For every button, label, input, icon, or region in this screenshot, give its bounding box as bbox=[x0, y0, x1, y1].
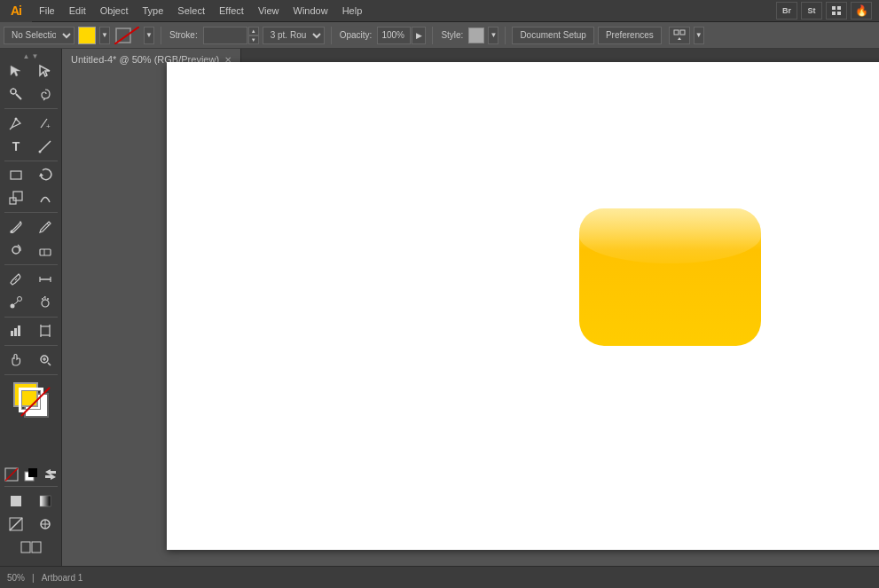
svg-point-38 bbox=[42, 300, 49, 307]
menu-view[interactable]: View bbox=[251, 0, 286, 22]
selection-dropdown[interactable]: No Selection bbox=[4, 27, 75, 44]
rectangle-tool[interactable] bbox=[2, 163, 31, 186]
svg-line-63 bbox=[10, 518, 22, 530]
menu-object[interactable]: Object bbox=[93, 0, 136, 22]
solid-color-btn[interactable] bbox=[2, 490, 31, 513]
magic-wand-tool[interactable] bbox=[2, 82, 31, 106]
tool-sep-2 bbox=[4, 161, 58, 161]
opacity-more-btn[interactable]: ▶ bbox=[412, 27, 426, 44]
preferences-button[interactable]: Preferences bbox=[598, 27, 662, 44]
document-canvas bbox=[167, 62, 879, 550]
sep3 bbox=[432, 27, 433, 44]
selection-tool[interactable] bbox=[2, 59, 31, 82]
svg-line-11 bbox=[16, 94, 21, 99]
tool-row-9 bbox=[2, 268, 60, 291]
arrange-dropdown[interactable]: ▼ bbox=[694, 27, 704, 44]
opacity-input[interactable] bbox=[377, 27, 411, 44]
document-setup-button[interactable]: Document Setup bbox=[512, 27, 594, 44]
line-tool[interactable] bbox=[31, 135, 60, 158]
pencil-tool[interactable] bbox=[31, 216, 60, 239]
blend-tool[interactable] bbox=[2, 291, 31, 314]
artboard-tool[interactable] bbox=[31, 319, 60, 342]
style-arrow[interactable]: ▼ bbox=[488, 27, 498, 44]
style-swatch[interactable] bbox=[468, 27, 484, 43]
lasso-tool[interactable] bbox=[31, 82, 60, 106]
svg-rect-45 bbox=[18, 325, 20, 336]
menu-edit[interactable]: Edit bbox=[62, 0, 93, 22]
direct-selection-tool[interactable] bbox=[31, 59, 60, 82]
eraser-tool[interactable] bbox=[31, 239, 60, 262]
blob-brush-tool[interactable] bbox=[2, 239, 31, 262]
tool-row-6 bbox=[2, 186, 60, 209]
grid-icon-btn[interactable] bbox=[826, 2, 847, 20]
menu-help[interactable]: Help bbox=[335, 0, 370, 22]
ai-logo: Ai bbox=[0, 0, 32, 22]
main-area: ▲ ▼ bbox=[0, 49, 879, 566]
svg-rect-23 bbox=[11, 171, 21, 179]
symbol-sprayer-tool[interactable] bbox=[31, 291, 60, 314]
column-graph-tool[interactable] bbox=[2, 319, 31, 342]
zoom-tool[interactable] bbox=[31, 349, 60, 372]
stock-icon-btn[interactable]: St bbox=[801, 2, 822, 20]
default-colors-btn[interactable] bbox=[22, 466, 40, 483]
color-small-row bbox=[3, 466, 59, 483]
stroke-input[interactable] bbox=[203, 27, 247, 44]
svg-marker-10 bbox=[40, 66, 50, 76]
pen-tool[interactable] bbox=[2, 112, 31, 135]
stroke-color-arrow[interactable]: ▼ bbox=[144, 27, 154, 44]
menu-file[interactable]: File bbox=[32, 0, 62, 22]
svg-line-32 bbox=[15, 278, 17, 280]
svg-line-21 bbox=[40, 141, 51, 152]
yellow-rounded-rect[interactable] bbox=[579, 208, 761, 346]
svg-point-37 bbox=[18, 296, 22, 301]
visibility-btn[interactable] bbox=[31, 513, 60, 536]
scale-tool[interactable] bbox=[2, 186, 31, 209]
sep2 bbox=[331, 27, 332, 44]
none-color-btn[interactable] bbox=[3, 466, 20, 483]
swap-colors-btn[interactable] bbox=[42, 466, 59, 483]
svg-rect-7 bbox=[680, 30, 685, 35]
canvas-area: Untitled-4* @ 50% (RGB/Preview) ✕ bbox=[62, 49, 879, 566]
toolbar: No Selection ▼ ▼ Stroke: ▲ ▼ 3 pt. Round… bbox=[0, 22, 879, 49]
none-mode-btn[interactable] bbox=[2, 513, 31, 536]
rotate-tool[interactable] bbox=[31, 163, 60, 186]
svg-rect-44 bbox=[14, 328, 17, 336]
svg-line-55 bbox=[21, 388, 50, 416]
menu-type[interactable]: Type bbox=[136, 0, 171, 22]
flame-icon-btn[interactable]: 🔥 bbox=[851, 2, 872, 20]
warp-tool[interactable] bbox=[31, 186, 60, 209]
tool-sep-3 bbox=[4, 212, 58, 213]
add-anchor-tool[interactable]: + bbox=[31, 112, 60, 135]
hand-tool[interactable] bbox=[2, 349, 31, 372]
paintbrush-tool[interactable] bbox=[2, 216, 31, 239]
measure-tool[interactable] bbox=[31, 268, 60, 291]
eyedropper-tool[interactable] bbox=[2, 268, 31, 291]
svg-rect-68 bbox=[32, 542, 41, 553]
svg-line-57 bbox=[5, 468, 18, 481]
toolbox-expand-btn[interactable] bbox=[16, 536, 45, 559]
menu-window[interactable]: Window bbox=[286, 0, 335, 22]
stroke-down[interactable]: ▼ bbox=[248, 35, 259, 44]
gradient-btn[interactable] bbox=[31, 490, 60, 513]
style-label: Style: bbox=[441, 30, 463, 40]
tool-row-10 bbox=[2, 291, 60, 314]
status-info: Artboard 1 bbox=[42, 573, 83, 583]
bridge-icon-btn[interactable]: Br bbox=[776, 2, 797, 20]
menu-effect[interactable]: Effect bbox=[212, 0, 251, 22]
type-tool[interactable]: T bbox=[2, 135, 31, 158]
zoom-level: 50% bbox=[7, 573, 25, 583]
arrange-btn[interactable] bbox=[669, 27, 690, 44]
svg-text:+: + bbox=[46, 122, 51, 130]
stroke-up[interactable]: ▲ bbox=[248, 27, 259, 35]
svg-point-18 bbox=[15, 117, 18, 120]
fill-color-arrow[interactable]: ▼ bbox=[99, 27, 110, 44]
svg-line-5 bbox=[114, 27, 139, 44]
fill-color-swatch[interactable] bbox=[78, 27, 96, 44]
sep4 bbox=[505, 27, 506, 44]
artwork-wrapper[interactable] bbox=[579, 208, 761, 346]
color-area bbox=[3, 380, 59, 483]
svg-rect-61 bbox=[40, 496, 51, 506]
menu-select[interactable]: Select bbox=[170, 0, 212, 22]
sep1 bbox=[161, 27, 161, 44]
stroke-dropdown[interactable]: 3 pt. Round bbox=[263, 27, 325, 44]
